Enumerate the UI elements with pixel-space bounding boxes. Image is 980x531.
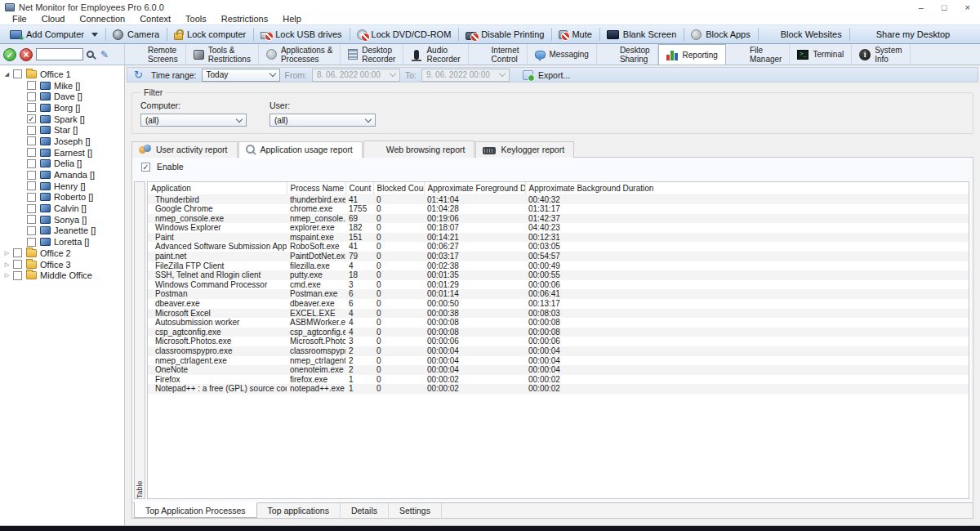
- table-row[interactable]: Thunderbird thunderbird.exe 41 0 01:41:0…: [148, 194, 969, 204]
- computer-checkbox[interactable]: [27, 215, 36, 224]
- table-row[interactable]: nmep_ctrlagent.exe nmep_ctrlagent.exe 2 …: [148, 356, 969, 366]
- tree-group-label[interactable]: Office 1: [40, 69, 71, 79]
- computer-checkbox[interactable]: [27, 159, 36, 168]
- computer-checkbox[interactable]: [27, 193, 36, 202]
- menu-item[interactable]: File: [5, 14, 34, 24]
- computer-checkbox[interactable]: [27, 238, 36, 247]
- computer-checkbox[interactable]: [27, 204, 36, 213]
- tab-top-application-processes[interactable]: Top Application Processes: [134, 502, 257, 518]
- table-row[interactable]: classroomspypro.exe classroomspypro.exe …: [148, 346, 969, 356]
- tab-applications-processes[interactable]: Applications & Processes: [259, 44, 341, 65]
- blank-screen-button[interactable]: Blank Screen: [600, 25, 684, 43]
- group-checkbox[interactable]: [13, 69, 22, 78]
- group-checkbox[interactable]: [13, 271, 22, 280]
- tree-group-label[interactable]: Office 3: [40, 260, 71, 270]
- search-input[interactable]: [36, 48, 83, 60]
- column-header[interactable]: Application: [148, 182, 287, 194]
- tree-group-office1[interactable]: ◢ Office 1: [0, 69, 124, 80]
- column-header[interactable]: Process Name: [287, 182, 345, 194]
- tree-group[interactable]: ▷ Office 3: [0, 259, 124, 270]
- time-range-select[interactable]: Today: [202, 69, 280, 82]
- table-row[interactable]: Microsoft.Photos.exe Microsoft.Photos.ex…: [148, 337, 969, 346]
- tree-group[interactable]: ▷ Middle Office: [0, 270, 124, 281]
- tree-item-computer[interactable]: Amanda []: [0, 169, 124, 181]
- tree-item-computer[interactable]: Jeanette []: [0, 225, 124, 237]
- user-filter-select[interactable]: (all): [270, 114, 376, 127]
- computer-label[interactable]: Henry []: [54, 181, 86, 191]
- computer-checkbox[interactable]: [27, 103, 36, 112]
- disable-printing-button[interactable]: Disable Printing: [459, 25, 552, 43]
- column-header[interactable]: Approximate Foreground Duration: [424, 182, 525, 194]
- tab-system-info[interactable]: System Info: [852, 44, 910, 65]
- tab-details[interactable]: Details: [341, 503, 389, 518]
- table-row[interactable]: Windows Explorer explorer.exe 182 0 00:1…: [148, 223, 969, 233]
- tab-keylogger-report[interactable]: Keylogger report: [475, 141, 574, 158]
- menu-item[interactable]: Context: [132, 14, 178, 24]
- group-checkbox[interactable]: [13, 260, 22, 269]
- expand-icon[interactable]: ▷: [2, 261, 11, 268]
- computer-label[interactable]: Earnest []: [54, 148, 92, 158]
- table-row[interactable]: Windows Command Processor cmd.exe 3 0 00…: [148, 280, 969, 290]
- computer-label[interactable]: Loretta []: [54, 237, 89, 247]
- tab-audio-recorder[interactable]: Audio Recorder: [403, 44, 468, 65]
- block-websites-button[interactable]: Block Websites: [759, 25, 850, 43]
- mute-button[interactable]: Mute: [552, 25, 599, 43]
- block-apps-button[interactable]: Block Apps: [684, 25, 758, 43]
- table-row[interactable]: paint.net PaintDotNet.exe 79 0 00:03:17 …: [148, 252, 969, 261]
- table-row[interactable]: Paint mspaint.exe 151 0 00:14:21 00:12:3…: [148, 233, 969, 243]
- computer-label[interactable]: Delia []: [54, 158, 82, 168]
- expand-icon[interactable]: ▷: [2, 272, 11, 279]
- computer-checkbox[interactable]: [27, 114, 36, 123]
- expand-icon[interactable]: ▷: [2, 250, 11, 257]
- computer-label[interactable]: Sonya []: [54, 215, 87, 225]
- group-checkbox[interactable]: [13, 248, 22, 257]
- tree-item-computer[interactable]: Roberto []: [0, 192, 124, 203]
- search-icon[interactable]: [87, 51, 94, 58]
- tree-item-computer[interactable]: Earnest []: [0, 147, 124, 158]
- disconnect-button[interactable]: [20, 48, 33, 61]
- tab-terminal[interactable]: Terminal: [790, 44, 852, 65]
- menu-item[interactable]: Help: [275, 14, 309, 24]
- tree-item-computer[interactable]: Borg []: [0, 102, 124, 114]
- table-row[interactable]: Autosubmission worker ASBMWorker.exe 4 0…: [148, 318, 969, 328]
- tab-reporting[interactable]: Reporting: [658, 44, 726, 65]
- table-row[interactable]: csp_agtconfig.exe csp_agtconfig.exe 4 0 …: [148, 328, 969, 337]
- computer-checkbox[interactable]: [27, 92, 36, 101]
- column-header[interactable]: Blocked Count: [373, 182, 424, 194]
- maximize-button[interactable]: □: [942, 2, 947, 12]
- computer-label[interactable]: Star []: [54, 125, 78, 135]
- computer-label[interactable]: Roberto []: [54, 192, 93, 202]
- table-row[interactable]: Notepad++ : a free (GPL) source code edi…: [148, 384, 969, 394]
- table-row[interactable]: Google Chrome chrome.exe 1755 0 01:04:28…: [148, 204, 969, 214]
- minimize-button[interactable]: –: [919, 2, 924, 12]
- camera-button[interactable]: Camera: [106, 25, 167, 43]
- lock-usb-drives-button[interactable]: Lock USB drives: [254, 25, 350, 43]
- table-side-strip[interactable]: Table: [134, 181, 145, 499]
- tab-remote-screens[interactable]: Remote Screens: [125, 44, 186, 65]
- column-header[interactable]: Approximate Background Duration: [525, 182, 969, 194]
- column-header[interactable]: Count: [345, 182, 373, 194]
- computer-filter-select[interactable]: (all): [140, 114, 247, 127]
- computer-checkbox[interactable]: [27, 226, 36, 235]
- computer-label[interactable]: Amanda []: [54, 170, 95, 180]
- computer-checkbox[interactable]: [27, 136, 36, 145]
- menu-item[interactable]: Cloud: [34, 14, 73, 24]
- tree-group-label[interactable]: Middle Office: [40, 270, 92, 280]
- tree-item-computer[interactable]: Delia []: [0, 158, 124, 170]
- tab-desktop-recorder[interactable]: Desktop Recorder: [341, 44, 403, 65]
- computer-label[interactable]: Mike []: [54, 81, 80, 91]
- edit-icon[interactable]: ✎: [100, 49, 109, 60]
- computer-label[interactable]: Dave []: [54, 91, 82, 101]
- tree-item-computer[interactable]: Loretta []: [0, 236, 124, 248]
- computer-checkbox[interactable]: [27, 81, 36, 90]
- tab-application-usage-report[interactable]: Application usage report: [238, 141, 363, 158]
- connect-button[interactable]: [3, 48, 16, 61]
- tab-internet-control[interactable]: Internet Control: [469, 44, 528, 65]
- tab-web-browsing-report[interactable]: Web browsing report: [363, 141, 475, 158]
- table-row[interactable]: Advanced Software Submission Application…: [148, 242, 969, 252]
- table-row[interactable]: OneNote onenoteim.exe 2 0 00:00:04 00:00…: [148, 365, 969, 375]
- table-row[interactable]: Microsoft Excel EXCEL.EXE 4 0 00:00:38 0…: [148, 309, 969, 319]
- tab-settings[interactable]: Settings: [389, 503, 442, 518]
- table-row[interactable]: Postman Postman.exe 6 0 00:01:14 00:06:4…: [148, 289, 969, 299]
- computer-checkbox[interactable]: [27, 181, 36, 190]
